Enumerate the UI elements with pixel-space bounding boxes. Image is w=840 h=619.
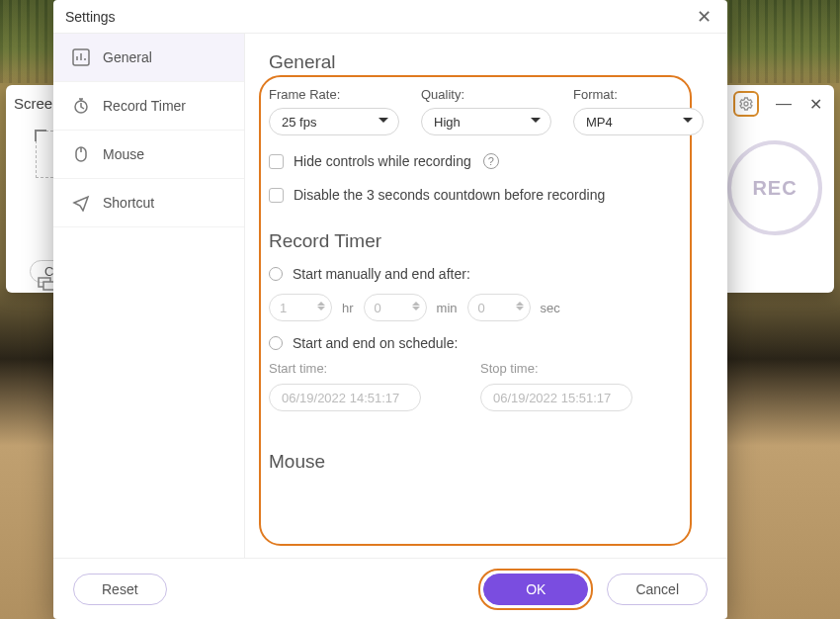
- gear-icon: [738, 96, 754, 112]
- annotation-ok-highlight: OK: [478, 569, 593, 610]
- close-window-button[interactable]: ✕: [804, 93, 826, 115]
- minutes-unit: min: [437, 301, 458, 315]
- send-icon: [71, 193, 91, 213]
- start-time-input[interactable]: 06/19/2022 14:51:17: [269, 384, 421, 411]
- mouse-icon: [71, 144, 91, 164]
- stop-time-label: Stop time:: [480, 361, 632, 376]
- disable-countdown-checkbox[interactable]: [269, 188, 284, 203]
- sidebar-item-label: General: [103, 49, 152, 65]
- quality-value: High: [434, 115, 461, 130]
- ok-button[interactable]: OK: [483, 574, 588, 605]
- minutes-input[interactable]: 0: [364, 294, 427, 321]
- disable-countdown-label: Disable the 3 seconds countdown before r…: [294, 187, 605, 203]
- seconds-step-down[interactable]: [516, 307, 524, 314]
- sidebar-item-label: Mouse: [103, 146, 144, 162]
- schedule-label: Start and end on schedule:: [293, 335, 458, 351]
- dialog-close-button[interactable]: ✕: [692, 5, 715, 29]
- sidebar-item-shortcut[interactable]: Shortcut: [53, 179, 244, 227]
- frame-rate-value: 25 fps: [282, 115, 316, 130]
- dialog-footer: Reset OK Cancel: [53, 558, 727, 619]
- format-select[interactable]: MP4: [573, 108, 704, 135]
- record-label: REC: [752, 177, 797, 200]
- frame-rate-select[interactable]: 25 fps: [269, 108, 399, 135]
- dialog-title: Settings: [65, 9, 116, 25]
- manual-end-radio[interactable]: [269, 267, 283, 281]
- minutes-step-down[interactable]: [412, 307, 420, 314]
- hours-unit: hr: [342, 301, 354, 315]
- sidebar-item-mouse[interactable]: Mouse: [53, 131, 244, 179]
- minutes-step-up[interactable]: [412, 298, 420, 306]
- quality-label: Quality:: [421, 87, 551, 102]
- stop-time-input[interactable]: 06/19/2022 15:51:17: [480, 384, 632, 411]
- seconds-unit: sec: [541, 301, 560, 315]
- frame-rate-label: Frame Rate:: [269, 87, 399, 102]
- section-mouse-title: Mouse: [269, 451, 704, 473]
- manual-end-label: Start manually and end after:: [293, 266, 470, 282]
- svg-point-0: [744, 102, 748, 106]
- seconds-input[interactable]: 0: [467, 294, 531, 321]
- hide-controls-checkbox[interactable]: [269, 154, 284, 169]
- format-value: MP4: [586, 115, 613, 130]
- schedule-radio[interactable]: [269, 336, 283, 350]
- bar-chart-icon: [71, 47, 91, 67]
- hours-step-up[interactable]: [317, 298, 325, 306]
- sidebar-item-label: Shortcut: [103, 195, 154, 211]
- settings-dialog: Settings ✕ General Record Timer Mouse: [53, 0, 727, 619]
- sidebar-item-label: Record Timer: [103, 98, 186, 114]
- sidebar-item-general[interactable]: General: [53, 34, 244, 82]
- record-button[interactable]: REC: [727, 140, 822, 235]
- hide-controls-label: Hide controls while recording: [294, 153, 471, 169]
- settings-gear-button[interactable]: [733, 91, 759, 117]
- recorder-title: Scree: [14, 95, 52, 112]
- minimize-button[interactable]: —: [773, 93, 795, 115]
- format-label: Format:: [573, 87, 704, 102]
- cancel-button[interactable]: Cancel: [607, 574, 708, 605]
- settings-content: General Frame Rate: 25 fps Quality: High…: [245, 34, 727, 558]
- stopwatch-icon: [71, 96, 91, 116]
- quality-select[interactable]: High: [421, 108, 551, 135]
- settings-sidebar: General Record Timer Mouse Shortcut: [53, 34, 245, 558]
- reset-button[interactable]: Reset: [73, 574, 167, 605]
- help-icon[interactable]: ?: [483, 153, 499, 169]
- hours-input[interactable]: 1: [269, 294, 332, 321]
- sidebar-item-record-timer[interactable]: Record Timer: [53, 82, 244, 131]
- start-time-label: Start time:: [269, 361, 421, 376]
- section-general-title: General: [269, 51, 704, 73]
- section-record-timer-title: Record Timer: [269, 230, 704, 252]
- hours-step-down[interactable]: [317, 307, 325, 314]
- seconds-step-up[interactable]: [516, 298, 524, 306]
- dialog-header: Settings ✕: [53, 0, 727, 34]
